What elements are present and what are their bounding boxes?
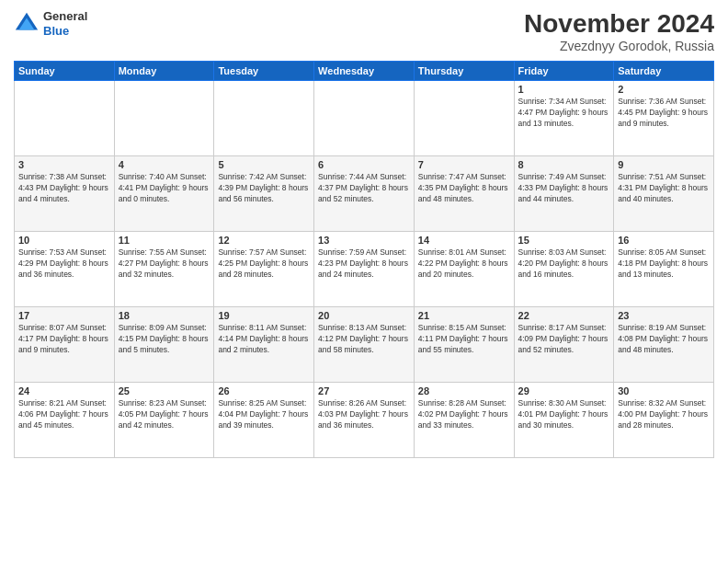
day-number: 25 xyxy=(119,385,210,396)
calendar-cell: 1Sunrise: 7:34 AM Sunset: 4:47 PM Daylig… xyxy=(514,81,614,156)
day-info: Sunrise: 8:13 AM Sunset: 4:12 PM Dayligh… xyxy=(318,323,410,356)
calendar-week-2: 10Sunrise: 7:53 AM Sunset: 4:29 PM Dayli… xyxy=(15,232,714,307)
logo-blue: Blue xyxy=(43,24,69,38)
calendar-cell xyxy=(15,81,115,156)
calendar-cell: 23Sunrise: 8:19 AM Sunset: 4:08 PM Dayli… xyxy=(614,307,714,383)
col-tuesday: Tuesday xyxy=(214,62,314,81)
day-number: 1 xyxy=(518,84,610,95)
day-info: Sunrise: 7:51 AM Sunset: 4:31 PM Dayligh… xyxy=(618,172,710,205)
calendar-cell xyxy=(214,81,314,156)
logo-icon xyxy=(14,11,40,37)
logo-general: General xyxy=(43,9,87,23)
day-info: Sunrise: 7:59 AM Sunset: 4:23 PM Dayligh… xyxy=(318,247,410,281)
day-number: 11 xyxy=(119,235,210,246)
day-number: 14 xyxy=(418,235,510,246)
day-number: 30 xyxy=(618,385,710,396)
day-info: Sunrise: 8:07 AM Sunset: 4:17 PM Dayligh… xyxy=(18,323,110,356)
logo: General Blue xyxy=(14,9,87,38)
calendar-cell: 26Sunrise: 8:25 AM Sunset: 4:04 PM Dayli… xyxy=(214,383,314,458)
day-number: 29 xyxy=(518,385,610,396)
calendar-container: General Blue November 2024 Zvezdnyy Goro… xyxy=(0,0,728,563)
day-info: Sunrise: 8:11 AM Sunset: 4:14 PM Dayligh… xyxy=(218,323,310,356)
day-number: 3 xyxy=(18,159,110,170)
calendar-cell xyxy=(114,81,214,156)
col-sunday: Sunday xyxy=(15,62,115,81)
col-saturday: Saturday xyxy=(614,62,714,81)
day-number: 10 xyxy=(18,235,110,246)
day-number: 8 xyxy=(518,159,610,170)
day-number: 9 xyxy=(618,159,710,170)
calendar-table: Sunday Monday Tuesday Wednesday Thursday… xyxy=(14,61,714,458)
col-thursday: Thursday xyxy=(414,62,514,81)
day-number: 23 xyxy=(618,310,710,321)
day-info: Sunrise: 8:15 AM Sunset: 4:11 PM Dayligh… xyxy=(418,323,510,356)
day-number: 17 xyxy=(18,310,110,321)
calendar-cell: 25Sunrise: 8:23 AM Sunset: 4:05 PM Dayli… xyxy=(114,383,214,458)
day-number: 20 xyxy=(318,310,410,321)
day-info: Sunrise: 8:19 AM Sunset: 4:08 PM Dayligh… xyxy=(618,323,710,356)
location: Zvezdnyy Gorodok, Russia xyxy=(524,39,714,53)
calendar-cell: 21Sunrise: 8:15 AM Sunset: 4:11 PM Dayli… xyxy=(414,307,514,383)
logo-text: General Blue xyxy=(43,9,87,38)
calendar-cell: 24Sunrise: 8:21 AM Sunset: 4:06 PM Dayli… xyxy=(15,383,115,458)
calendar-cell: 2Sunrise: 7:36 AM Sunset: 4:45 PM Daylig… xyxy=(614,81,714,156)
calendar-cell: 27Sunrise: 8:26 AM Sunset: 4:03 PM Dayli… xyxy=(314,383,415,458)
calendar-cell xyxy=(414,81,514,156)
day-number: 15 xyxy=(518,235,610,246)
day-number: 24 xyxy=(18,385,110,396)
day-number: 19 xyxy=(218,310,310,321)
calendar-cell: 11Sunrise: 7:55 AM Sunset: 4:27 PM Dayli… xyxy=(114,232,214,307)
day-number: 7 xyxy=(418,159,510,170)
day-info: Sunrise: 7:55 AM Sunset: 4:27 PM Dayligh… xyxy=(119,247,210,281)
day-info: Sunrise: 7:36 AM Sunset: 4:45 PM Dayligh… xyxy=(618,97,710,130)
day-number: 27 xyxy=(318,385,410,396)
month-title: November 2024 xyxy=(524,9,714,39)
calendar-cell: 10Sunrise: 7:53 AM Sunset: 4:29 PM Dayli… xyxy=(15,232,115,307)
calendar-body: 1Sunrise: 7:34 AM Sunset: 4:47 PM Daylig… xyxy=(15,81,714,458)
day-info: Sunrise: 7:34 AM Sunset: 4:47 PM Dayligh… xyxy=(518,97,610,130)
calendar-cell: 13Sunrise: 7:59 AM Sunset: 4:23 PM Dayli… xyxy=(314,232,415,307)
col-friday: Friday xyxy=(514,62,614,81)
calendar-week-0: 1Sunrise: 7:34 AM Sunset: 4:47 PM Daylig… xyxy=(15,81,714,156)
calendar-cell: 14Sunrise: 8:01 AM Sunset: 4:22 PM Dayli… xyxy=(414,232,514,307)
day-info: Sunrise: 7:57 AM Sunset: 4:25 PM Dayligh… xyxy=(218,247,310,281)
day-number: 26 xyxy=(218,385,310,396)
day-info: Sunrise: 8:03 AM Sunset: 4:20 PM Dayligh… xyxy=(518,247,610,281)
col-monday: Monday xyxy=(114,62,214,81)
calendar-cell: 30Sunrise: 8:32 AM Sunset: 4:00 PM Dayli… xyxy=(614,383,714,458)
header-row: Sunday Monday Tuesday Wednesday Thursday… xyxy=(15,62,714,81)
day-number: 28 xyxy=(418,385,510,396)
day-info: Sunrise: 7:38 AM Sunset: 4:43 PM Dayligh… xyxy=(18,172,110,205)
day-number: 2 xyxy=(618,84,710,95)
calendar-cell: 8Sunrise: 7:49 AM Sunset: 4:33 PM Daylig… xyxy=(514,156,614,232)
calendar-cell: 5Sunrise: 7:42 AM Sunset: 4:39 PM Daylig… xyxy=(214,156,314,232)
day-info: Sunrise: 8:01 AM Sunset: 4:22 PM Dayligh… xyxy=(418,247,510,281)
day-info: Sunrise: 7:40 AM Sunset: 4:41 PM Dayligh… xyxy=(119,172,210,205)
day-info: Sunrise: 8:21 AM Sunset: 4:06 PM Dayligh… xyxy=(18,398,110,431)
header: General Blue November 2024 Zvezdnyy Goro… xyxy=(14,9,714,53)
calendar-week-1: 3Sunrise: 7:38 AM Sunset: 4:43 PM Daylig… xyxy=(15,156,714,232)
day-number: 4 xyxy=(119,159,210,170)
day-info: Sunrise: 8:30 AM Sunset: 4:01 PM Dayligh… xyxy=(518,398,610,431)
day-number: 13 xyxy=(318,235,410,246)
calendar-cell: 15Sunrise: 8:03 AM Sunset: 4:20 PM Dayli… xyxy=(514,232,614,307)
calendar-cell: 3Sunrise: 7:38 AM Sunset: 4:43 PM Daylig… xyxy=(15,156,115,232)
day-info: Sunrise: 8:23 AM Sunset: 4:05 PM Dayligh… xyxy=(119,398,210,431)
day-number: 5 xyxy=(218,159,310,170)
day-number: 16 xyxy=(618,235,710,246)
calendar-cell: 12Sunrise: 7:57 AM Sunset: 4:25 PM Dayli… xyxy=(214,232,314,307)
calendar-cell: 28Sunrise: 8:28 AM Sunset: 4:02 PM Dayli… xyxy=(414,383,514,458)
calendar-week-4: 24Sunrise: 8:21 AM Sunset: 4:06 PM Dayli… xyxy=(15,383,714,458)
calendar-week-3: 17Sunrise: 8:07 AM Sunset: 4:17 PM Dayli… xyxy=(15,307,714,383)
calendar-cell: 19Sunrise: 8:11 AM Sunset: 4:14 PM Dayli… xyxy=(214,307,314,383)
day-info: Sunrise: 8:26 AM Sunset: 4:03 PM Dayligh… xyxy=(318,398,410,431)
day-info: Sunrise: 7:49 AM Sunset: 4:33 PM Dayligh… xyxy=(518,172,610,205)
day-number: 21 xyxy=(418,310,510,321)
calendar-cell: 17Sunrise: 8:07 AM Sunset: 4:17 PM Dayli… xyxy=(15,307,115,383)
calendar-cell: 20Sunrise: 8:13 AM Sunset: 4:12 PM Dayli… xyxy=(314,307,415,383)
day-info: Sunrise: 7:53 AM Sunset: 4:29 PM Dayligh… xyxy=(18,247,110,281)
day-info: Sunrise: 7:42 AM Sunset: 4:39 PM Dayligh… xyxy=(218,172,310,205)
day-info: Sunrise: 8:28 AM Sunset: 4:02 PM Dayligh… xyxy=(418,398,510,431)
calendar-cell: 16Sunrise: 8:05 AM Sunset: 4:18 PM Dayli… xyxy=(614,232,714,307)
day-info: Sunrise: 8:32 AM Sunset: 4:00 PM Dayligh… xyxy=(618,398,710,431)
